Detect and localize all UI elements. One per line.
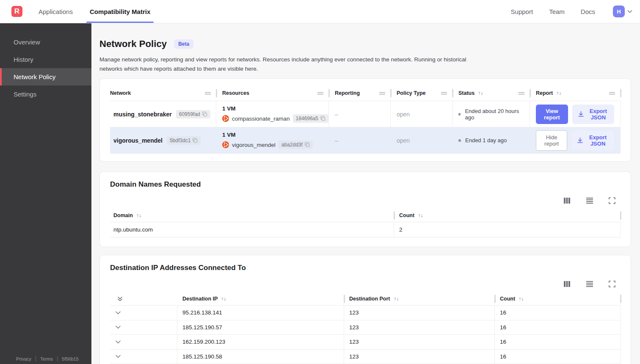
- sort-icon[interactable]: [221, 296, 226, 302]
- column-resize-handle-icon[interactable]: [204, 91, 211, 95]
- network-table-row[interactable]: vigorous_mendel 5bdf3dc1 1 VM vigorous_m…: [110, 127, 621, 154]
- export-json-button[interactable]: Export JSON: [571, 131, 614, 150]
- reporting-cell: –: [329, 127, 391, 153]
- resource-id-badge[interactable]: 184696a5: [293, 114, 328, 123]
- vm-count: 1 VM: [222, 132, 313, 138]
- sort-icon[interactable]: [556, 91, 562, 96]
- row-expander-cell: [110, 320, 177, 335]
- sidebar-item-settings[interactable]: Settings: [0, 85, 91, 103]
- resources-cell: 1 VM compassionate_raman 184696a5: [216, 101, 329, 127]
- column-header-destination-ip[interactable]: Destination IP: [177, 292, 344, 305]
- nav-item-docs[interactable]: Docs: [581, 8, 595, 15]
- expand-all-header: [110, 292, 177, 305]
- nav-item-compatibility-matrix[interactable]: Compatibility Matrix: [89, 0, 151, 23]
- network-cell: vigorous_mendel 5bdf3dc1: [110, 127, 216, 153]
- resource-id-badge[interactable]: aba2dd3f: [279, 141, 313, 149]
- row-density-icon[interactable]: [586, 197, 593, 204]
- report-cell: Hide report Export JSON: [530, 127, 621, 153]
- count-cell: 16: [495, 306, 621, 320]
- row-density-icon[interactable]: [586, 281, 593, 287]
- chevron-down-icon[interactable]: [114, 353, 122, 360]
- copy-icon[interactable]: [320, 116, 326, 121]
- destination-card-title: Destination IP Addresses Connected To: [110, 264, 621, 272]
- privacy-link[interactable]: Privacy: [16, 356, 31, 361]
- destination-ip-cell: 162.159.200.123: [177, 335, 344, 349]
- download-icon: [578, 111, 584, 117]
- domain-cell: ntp.ubuntu.com: [110, 222, 394, 237]
- sidebar: Overview History Network Policy Settings…: [0, 23, 91, 364]
- resources-cell: 1 VM vigorous_mendel aba2dd3f: [216, 127, 329, 153]
- column-header-resources[interactable]: Resources: [216, 85, 329, 101]
- destination-port-cell: 123: [344, 306, 495, 320]
- chevron-down-icon[interactable]: [114, 339, 122, 345]
- main-content: Network Policy Beta Manage network polic…: [91, 23, 640, 364]
- column-resize-handle-icon[interactable]: [441, 91, 447, 95]
- table-toolbar: [110, 197, 621, 204]
- top-navigation-bar: R Applications Compatibility Matrix Supp…: [0, 0, 640, 23]
- columns-icon[interactable]: [563, 197, 571, 204]
- sidebar-item-overview[interactable]: Overview: [0, 33, 91, 51]
- domain-table-row[interactable]: ntp.ubuntu.com 2: [110, 222, 621, 237]
- sidebar-item-network-policy[interactable]: Network Policy: [0, 68, 91, 85]
- columns-icon[interactable]: [563, 281, 571, 287]
- terms-link[interactable]: Terms: [40, 356, 53, 361]
- network-name: musing_stonebraker: [113, 111, 172, 118]
- policy-type-cell: open: [391, 127, 452, 153]
- nav-item-applications[interactable]: Applications: [38, 0, 74, 23]
- nav-item-support[interactable]: Support: [511, 8, 533, 15]
- row-expander-cell: [110, 306, 177, 320]
- column-resize-handle-icon[interactable]: [317, 91, 324, 95]
- column-header-report[interactable]: Report: [530, 85, 621, 101]
- copy-icon[interactable]: [202, 112, 207, 117]
- column-resize-handle-icon[interactable]: [609, 91, 615, 95]
- column-header-destination-port[interactable]: Destination Port: [344, 292, 495, 305]
- avatar[interactable]: H: [613, 6, 625, 17]
- count-cell: 16: [495, 335, 621, 349]
- sort-icon[interactable]: [418, 213, 423, 218]
- column-header-domain[interactable]: Domain: [110, 209, 394, 222]
- column-header-network[interactable]: Network: [110, 85, 216, 101]
- copy-icon[interactable]: [305, 142, 310, 147]
- export-json-button[interactable]: Export JSON: [572, 105, 614, 124]
- sort-icon[interactable]: [136, 213, 142, 218]
- column-header-status[interactable]: Status: [452, 85, 530, 101]
- chevron-down-icon[interactable]: [114, 324, 122, 331]
- sort-icon[interactable]: [519, 296, 524, 302]
- hide-report-button[interactable]: Hide report: [536, 130, 567, 151]
- column-header-reporting[interactable]: Reporting: [329, 85, 391, 101]
- network-table-header: Network Resources Reporting Policy Type: [110, 85, 621, 101]
- nav-item-team[interactable]: Team: [549, 8, 565, 15]
- expand-icon[interactable]: [609, 197, 615, 204]
- report-cell: View report Export JSON: [530, 101, 621, 127]
- sort-icon[interactable]: [394, 296, 399, 302]
- expand-all-rows-icon[interactable]: [116, 295, 124, 303]
- footer-divider: [57, 356, 58, 361]
- app-logo[interactable]: R: [11, 6, 22, 17]
- sort-icon[interactable]: [478, 91, 483, 96]
- column-divider: [620, 295, 621, 303]
- view-report-button[interactable]: View report: [536, 105, 568, 124]
- column-header-count[interactable]: Count: [495, 292, 621, 305]
- column-header-policy-type[interactable]: Policy Type: [391, 85, 452, 101]
- expand-icon[interactable]: [609, 281, 615, 287]
- column-header-count[interactable]: Count: [394, 209, 621, 222]
- build-version: 5f56b15: [62, 356, 79, 361]
- destination-table-row[interactable]: 185.125.190.58 123 16: [110, 349, 621, 364]
- network-id-badge[interactable]: 60959fad: [176, 110, 210, 119]
- destination-table-row[interactable]: 185.125.190.57 123 16: [110, 320, 621, 335]
- destination-table-row[interactable]: 162.159.200.123 123 16: [110, 334, 621, 349]
- chevron-down-icon: [626, 8, 633, 15]
- column-resize-handle-icon[interactable]: [379, 91, 386, 95]
- network-table-row[interactable]: musing_stonebraker 60959fad 1 VM compass…: [110, 101, 621, 127]
- column-divider: [620, 89, 621, 97]
- destination-table-row[interactable]: 95.216.138.141 123 16: [110, 305, 621, 320]
- network-id-badge[interactable]: 5bdf3dc1: [167, 136, 201, 145]
- copy-icon[interactable]: [193, 138, 198, 143]
- chevron-down-icon[interactable]: [114, 309, 122, 316]
- column-resize-handle-icon[interactable]: [518, 91, 525, 95]
- destination-port-cell: 123: [344, 350, 495, 364]
- network-name: vigorous_mendel: [113, 137, 163, 144]
- sidebar-item-history[interactable]: History: [0, 51, 91, 68]
- status-dot: [458, 139, 461, 142]
- user-menu[interactable]: H: [613, 6, 633, 17]
